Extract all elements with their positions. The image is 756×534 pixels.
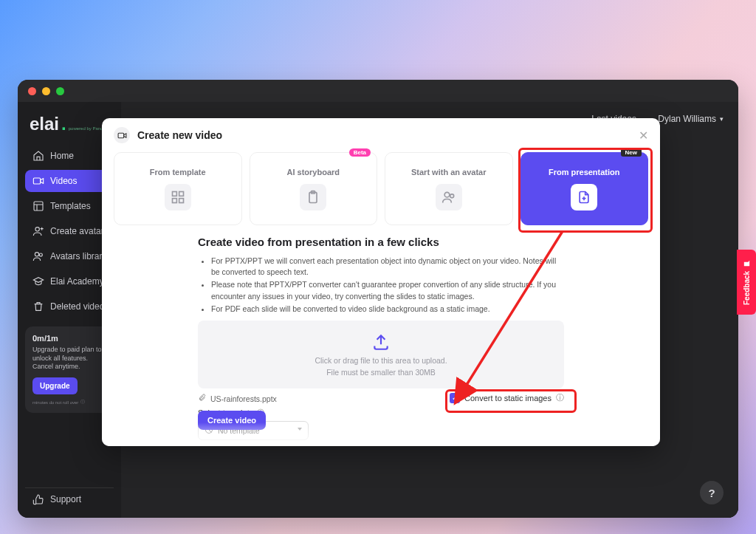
option-from-template[interactable]: From template [114, 152, 242, 225]
svg-rect-1 [34, 202, 43, 210]
svg-rect-5 [118, 133, 124, 138]
upgrade-card: 0m/1m Upgrade to paid plan to unlock all… [25, 326, 114, 413]
modal-header: Create new video ✕ [102, 118, 660, 152]
option-cards-row: From template Beta AI storyboard Start w… [102, 152, 660, 225]
chevron-down-icon: ▾ [720, 115, 724, 123]
clipboard-icon [300, 184, 326, 210]
sidebar-item-home[interactable]: Home [25, 145, 114, 167]
svg-rect-9 [179, 198, 183, 202]
trash-icon [32, 301, 44, 312]
file-plus-icon [571, 184, 597, 210]
option-label: Start with an avatar [411, 168, 486, 177]
instruction-list: For PPTX/PPT we will convert each presen… [198, 256, 564, 315]
option-start-avatar[interactable]: Start with an avatar [385, 152, 513, 225]
svg-rect-6 [172, 191, 176, 196]
upload-label-1: Click or drag file to this area to uploa… [315, 356, 447, 365]
sidebar-item-templates[interactable]: Templates [25, 195, 114, 217]
presentation-section: Create video from presentation in a few … [102, 225, 660, 440]
paperclip-icon [198, 394, 206, 403]
sidebar-item-label: Avatars library [50, 251, 106, 261]
convert-static-row[interactable]: ✓ Convert to static images ⓘ [450, 392, 564, 403]
info-icon: ⓘ [556, 392, 564, 403]
upload-icon [371, 332, 391, 353]
comment-icon [742, 259, 751, 267]
sidebar-item-label: Elai Academy [50, 276, 104, 287]
sidebar-item-deleted[interactable]: Deleted videos [25, 295, 114, 318]
modal-bottom-fade [102, 422, 660, 446]
instruction-item: For PPTX/PPT we will convert each presen… [211, 256, 564, 278]
templates-icon [32, 200, 44, 212]
option-ai-storyboard[interactable]: Beta AI storyboard [250, 152, 378, 225]
window-minimize-dot[interactable] [42, 87, 50, 95]
instruction-item: Please note that PPTX/PPT converter can'… [211, 279, 564, 301]
sidebar-item-create-avatar[interactable]: Create avatar [25, 220, 114, 242]
video-icon [32, 175, 44, 187]
svg-point-2 [35, 227, 39, 231]
grid-icon [165, 184, 191, 210]
brand-dot: . [61, 114, 66, 134]
option-label: AI storyboard [286, 168, 340, 177]
convert-label: Convert to static images [464, 394, 551, 403]
svg-rect-8 [172, 198, 176, 202]
svg-point-12 [444, 192, 450, 197]
upload-label-2: File must be smaller than 30MB [326, 368, 436, 377]
sidebar-item-videos[interactable]: Videos [25, 170, 114, 192]
section-title: Create video from presentation in a few … [198, 236, 564, 248]
upgrade-footnote: minutes do not roll over ⓘ [32, 399, 106, 405]
sidebar-item-label: Templates [50, 201, 91, 211]
sidebar-item-support[interactable]: Support [25, 487, 114, 510]
sidebar-item-label: Create avatar [50, 226, 104, 236]
svg-point-4 [39, 253, 42, 256]
option-from-presentation[interactable]: New From presentation [520, 152, 649, 225]
modal-title: Create new video [137, 129, 222, 141]
sidebar-item-label: Deleted videos [50, 301, 109, 312]
video-icon [114, 127, 130, 143]
beta-badge: Beta [349, 148, 371, 157]
svg-rect-0 [33, 178, 40, 184]
upgrade-desc: Upgrade to paid plan to unlock all featu… [32, 346, 106, 372]
checkbox-checked[interactable]: ✓ [450, 393, 460, 403]
sidebar-item-label: Videos [50, 176, 77, 186]
sidebar-item-label: Home [50, 151, 74, 161]
sidebar-item-academy[interactable]: Elai Academy [25, 270, 114, 292]
svg-point-3 [35, 253, 38, 256]
window-zoom-dot[interactable] [56, 87, 64, 95]
home-icon [32, 150, 44, 162]
user-plus-icon [32, 225, 44, 237]
brand-name: elai [30, 114, 59, 134]
svg-point-13 [450, 194, 453, 197]
file-name: US-rainforests.pptx [210, 394, 277, 403]
feedback-label: Feedback [743, 270, 751, 304]
window-titlebar [18, 80, 738, 102]
feedback-tab[interactable]: Feedback [737, 250, 756, 315]
users-icon [436, 184, 462, 210]
help-button[interactable]: ? [700, 481, 724, 504]
user-name: Dylan Williams [658, 114, 716, 124]
upload-dropzone[interactable]: Click or drag file to this area to uploa… [198, 321, 564, 388]
modal-close-button[interactable]: ✕ [639, 129, 648, 143]
instruction-item: For PDF each slide will be converted to … [211, 304, 564, 315]
graduation-cap-icon [32, 275, 44, 287]
brand-logo: elai. powered by Panopto [30, 114, 109, 134]
upgrade-quota: 0m/1m [32, 334, 106, 343]
thumbs-up-icon [32, 493, 44, 505]
svg-rect-7 [179, 191, 183, 196]
sidebar-item-label: Support [50, 494, 81, 504]
user-dropdown[interactable]: Dylan Williams ▾ [658, 114, 724, 124]
option-label: From template [150, 168, 206, 177]
create-video-modal: Create new video ✕ From template Beta AI… [102, 118, 660, 446]
upgrade-button[interactable]: Upgrade [32, 377, 78, 394]
option-label: From presentation [549, 168, 620, 177]
sidebar-item-avatars-library[interactable]: Avatars library [25, 245, 114, 267]
window-close-dot[interactable] [28, 87, 36, 95]
users-icon [32, 250, 44, 262]
info-icon: ⓘ [80, 399, 85, 405]
new-badge: New [621, 148, 642, 157]
